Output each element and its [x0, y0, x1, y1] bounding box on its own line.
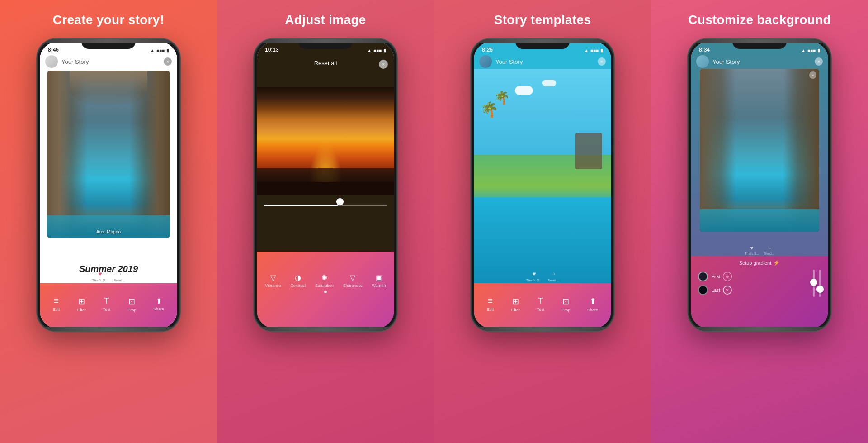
vert-slider-1[interactable] — [813, 270, 815, 297]
vert-thumb-2[interactable] — [816, 286, 824, 293]
p2-tools-bar: ▽ Vibrance ◑ Contrast ✺ Saturation ▽ — [257, 252, 394, 329]
p3-crop-icon: ⊡ — [562, 296, 569, 306]
p3-text-label: Text — [537, 307, 545, 312]
contrast-tool[interactable]: ◑ Contrast — [290, 273, 306, 288]
p3-share-icon: ⬆ — [590, 296, 596, 306]
close-button-1[interactable]: × — [164, 57, 172, 66]
panel-3-title: Story templates — [494, 13, 591, 27]
p4-story-header: Your Story × — [696, 55, 823, 68]
p4-like-label: That's S... — [745, 252, 759, 255]
p4-send-label: Send... — [764, 252, 774, 255]
crop-label: Crop — [127, 308, 137, 312]
toolbar-edit[interactable]: ≡ Edit — [53, 296, 60, 312]
vert-slider-2[interactable] — [819, 270, 821, 297]
p3-text-icon: T — [538, 296, 543, 306]
p3-filter-label: Filter — [511, 308, 520, 312]
panel-story-templates: Story templates 8:25 ▲ ■■■ ▮ You — [434, 0, 651, 443]
p3-toolbar-filter[interactable]: ⊞ Filter — [511, 296, 520, 312]
vert-thumb-1[interactable] — [810, 279, 817, 286]
panel-customize-bg: Customize background 8:34 ▲ ■■■ ▮ — [651, 0, 868, 443]
p4-like-item: ♥ That's S... — [745, 245, 759, 255]
p3-edit-label: Edit — [487, 307, 494, 312]
warmth-tool[interactable]: ▣ Warmth — [372, 273, 386, 288]
p4-photo-close[interactable]: × — [809, 71, 816, 79]
close-button-4[interactable]: × — [815, 57, 823, 66]
battery-icon-4: ▮ — [817, 48, 820, 53]
p3-toolbar-text[interactable]: T Text — [537, 296, 545, 312]
p3-heart-icon: ♥ — [532, 270, 536, 277]
saturation-tool[interactable]: ✺ Saturation — [315, 273, 334, 288]
gradient-controls-row: First ⊙ Last × — [696, 270, 823, 297]
avatar-3 — [479, 55, 492, 68]
like-item: ♥ That's S... — [92, 270, 108, 282]
battery-icon: ▮ — [166, 48, 169, 53]
edit-label: Edit — [53, 307, 60, 312]
story-label-1: Your Story — [61, 58, 160, 65]
story-label-3: Your Story — [495, 58, 594, 65]
color-first[interactable] — [698, 272, 708, 281]
vibrance-icon: ▽ — [270, 273, 276, 282]
toolbar-share[interactable]: ⬆ Share — [153, 297, 164, 311]
phone-2-screen: 10:13 ▲ ■■■ ▮ Reset all × — [257, 42, 394, 329]
avatar-4 — [696, 55, 709, 68]
warmth-icon: ▣ — [376, 273, 382, 282]
toolbar-filter[interactable]: ⊞ Filter — [77, 296, 86, 312]
p3-send-item: → Send... — [547, 270, 559, 282]
crop-icon: ⊡ — [128, 296, 135, 306]
panel-2-title: Adjust image — [285, 13, 366, 27]
p3-story-header: Your Story × — [479, 55, 606, 68]
phone-3-frame: 8:25 ▲ ■■■ ▮ Your Story × — [470, 38, 615, 332]
status-icons-1: ▲ ■■■ ▮ — [150, 48, 169, 53]
p3-send-icon: → — [550, 270, 557, 277]
p3-toolbar-edit[interactable]: ≡ Edit — [487, 296, 494, 312]
signal-icon: ■■■ — [156, 48, 165, 53]
phone-3-screen: 8:25 ▲ ■■■ ▮ Your Story × — [474, 42, 611, 329]
reset-all-label[interactable]: Reset all — [314, 60, 337, 67]
phone-3-inner: 8:25 ▲ ■■■ ▮ Your Story × — [474, 42, 611, 329]
battery-icon-2: ▮ — [383, 48, 386, 53]
phone-3-notch — [515, 39, 570, 49]
close-button-2[interactable]: × — [379, 60, 388, 69]
wifi-icon-4: ▲ — [801, 48, 806, 53]
sharpness-tool[interactable]: ▽ Sharpness — [343, 273, 363, 288]
toolbar-text[interactable]: T Text — [103, 296, 111, 312]
first-options-icon[interactable]: ⊙ — [723, 272, 732, 281]
p3-like-item: ♥ That's S... — [526, 270, 542, 282]
p3-filter-icon: ⊞ — [512, 296, 519, 306]
close-button-3[interactable]: × — [598, 57, 606, 66]
status-icons-3: ▲ ■■■ ▮ — [584, 48, 603, 53]
first-label: First — [712, 274, 720, 279]
vibrance-tool[interactable]: ▽ Vibrance — [265, 273, 281, 288]
send-label: Send... — [113, 278, 125, 282]
signal-icon-2: ■■■ — [373, 48, 382, 53]
image-caption: Arco Magno — [47, 229, 170, 234]
slider-track — [264, 205, 387, 206]
p1-story-header: Your Story × — [45, 55, 172, 68]
p4-send-icon: → — [767, 245, 772, 251]
p4-heart-icon: ♥ — [750, 245, 753, 251]
p1-toolbar: ≡ Edit ⊞ Filter T Text ⊡ Crop — [40, 283, 177, 329]
status-icons-4: ▲ ■■■ ▮ — [801, 48, 820, 53]
phone-1-inner: 8:46 ▲ ■■■ ▮ Your Story × — [40, 42, 177, 329]
toolbar-crop[interactable]: ⊡ Crop — [127, 296, 137, 312]
p3-toolbar-share[interactable]: ⬆ Share — [587, 296, 598, 312]
warmth-label: Warmth — [372, 283, 386, 288]
palm-tree-2: 🌴 — [494, 90, 510, 105]
p3-send-label: Send... — [547, 278, 559, 282]
phone-2-inner: 10:13 ▲ ■■■ ▮ Reset all × — [257, 42, 394, 329]
avatar — [45, 55, 58, 68]
phone-4-inner: 8:34 ▲ ■■■ ▮ Your Story × — [691, 42, 828, 329]
color-last[interactable] — [698, 285, 708, 295]
saturation-label: Saturation — [315, 283, 334, 288]
setup-gradient-row: Setup gradient ⚡ — [696, 260, 823, 266]
last-remove-icon[interactable]: × — [723, 286, 732, 295]
power-btn-2 — [397, 98, 398, 116]
p2-brightness-slider[interactable] — [264, 201, 387, 210]
first-row: First ⊙ — [712, 272, 809, 281]
panel-adjust-image: Adjust image 10:13 ▲ ■■■ ▮ Reset all — [217, 0, 434, 443]
p3-toolbar-crop[interactable]: ⊡ Crop — [561, 296, 571, 312]
text-icon: T — [104, 296, 109, 306]
power-btn — [180, 98, 181, 116]
p3-beach-image: 🌴 🌴 — [474, 69, 611, 283]
edit-icon: ≡ — [54, 296, 59, 306]
